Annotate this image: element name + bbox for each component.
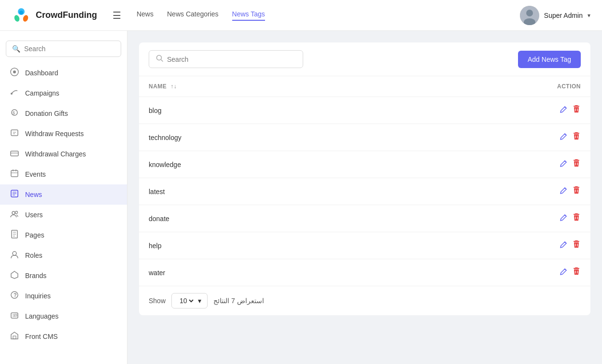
delete-button[interactable] xyxy=(572,213,581,224)
action-cell xyxy=(386,178,590,205)
delete-button[interactable] xyxy=(572,105,581,116)
svg-rect-40 xyxy=(575,267,578,268)
svg-point-8 xyxy=(13,70,16,73)
sidebar-item-dashboard[interactable]: Dashboard xyxy=(0,63,127,83)
svg-point-16 xyxy=(12,211,15,214)
svg-text:?: ? xyxy=(14,292,17,298)
sidebar-search-input[interactable] xyxy=(24,45,115,53)
sidebar-item-roles[interactable]: Roles xyxy=(0,245,127,266)
search-icon xyxy=(156,55,163,64)
add-news-tag-button[interactable]: Add News Tag xyxy=(518,51,581,68)
sidebar-item-events[interactable]: Events xyxy=(0,164,127,184)
dashboard-icon xyxy=(10,68,19,78)
delete-button[interactable] xyxy=(572,267,581,278)
sidebar-item-donation-gifts[interactable]: $ Donation Gifts xyxy=(0,103,127,124)
svg-marker-20 xyxy=(11,271,18,279)
action-cell xyxy=(386,205,590,232)
sidebar-item-front-cms[interactable]: Front CMS xyxy=(0,326,127,347)
sidebar-item-label: Front CMS xyxy=(25,333,58,340)
svg-rect-28 xyxy=(575,105,578,106)
delete-button[interactable] xyxy=(572,159,581,170)
front-cms-icon xyxy=(10,331,19,342)
sidebar-item-label: Users xyxy=(25,211,43,219)
svg-rect-34 xyxy=(575,186,578,187)
svg-rect-14 xyxy=(11,170,18,177)
sidebar-item-withdraw-requests[interactable]: Withdraw Requests xyxy=(0,124,127,144)
layout: 🔍 Dashboard Campaigns $ Donation Gifts xyxy=(0,31,602,364)
sidebar-item-inquiries[interactable]: ? Inquiries xyxy=(0,286,127,306)
logo[interactable]: CrowdFunding xyxy=(12,6,97,25)
sidebar-item-pages[interactable]: Pages xyxy=(0,225,127,245)
chevron-down-icon: ▾ xyxy=(588,12,590,19)
edit-button[interactable] xyxy=(560,186,568,197)
table-row: donate xyxy=(139,205,590,232)
tag-name-cell: water xyxy=(139,259,386,286)
action-cell xyxy=(386,259,590,286)
svg-rect-32 xyxy=(575,159,578,160)
svg-rect-36 xyxy=(575,213,578,214)
delete-button[interactable] xyxy=(572,240,581,251)
sidebar-item-label: Inquiries xyxy=(25,292,51,300)
svg-point-1 xyxy=(14,14,20,22)
sidebar-item-brands[interactable]: Brands xyxy=(0,266,127,286)
delete-button[interactable] xyxy=(572,132,581,143)
hamburger-icon[interactable]: ☰ xyxy=(112,10,121,21)
action-cell xyxy=(386,97,590,124)
table-row: latest xyxy=(139,178,590,205)
svg-rect-13 xyxy=(11,151,18,156)
edit-button[interactable] xyxy=(560,267,568,278)
sidebar-item-languages[interactable]: Languages xyxy=(0,306,127,326)
sidebar-item-label: News xyxy=(25,191,42,198)
show-label: Show xyxy=(149,297,166,305)
delete-button[interactable] xyxy=(572,186,581,197)
users-icon xyxy=(10,210,19,220)
edit-button[interactable] xyxy=(560,159,568,170)
show-select[interactable]: 10 25 50 ▾ xyxy=(171,293,208,308)
sidebar-item-label: Languages xyxy=(25,312,58,320)
topnav-link-tags[interactable]: News Tags xyxy=(232,10,265,21)
svg-point-26 xyxy=(157,56,162,60)
sort-icon[interactable]: ↑↓ xyxy=(170,83,177,90)
sidebar-item-news[interactable]: News xyxy=(0,184,127,205)
col-name: NAME ↑↓ xyxy=(139,76,386,97)
action-cell xyxy=(386,232,590,259)
tag-name-cell: blog xyxy=(139,97,386,124)
svg-rect-38 xyxy=(575,240,578,241)
sidebar-item-users[interactable]: Users xyxy=(0,205,127,225)
svg-rect-25 xyxy=(13,336,16,339)
events-icon xyxy=(10,169,19,180)
svg-point-5 xyxy=(526,10,533,16)
brands-icon xyxy=(10,270,19,281)
action-cell xyxy=(386,124,590,151)
table-row: help xyxy=(139,232,590,259)
sidebar-item-label: Campaigns xyxy=(25,89,59,97)
result-count: استعراض 7 النتائج xyxy=(213,297,264,305)
edit-button[interactable] xyxy=(560,132,568,143)
search-input[interactable] xyxy=(167,56,296,63)
topnav-link-categories[interactable]: News Categories xyxy=(167,10,219,21)
edit-button[interactable] xyxy=(560,105,568,116)
sidebar-item-campaigns[interactable]: Campaigns xyxy=(0,83,127,103)
tag-name-cell: help xyxy=(139,232,386,259)
table-row: blog xyxy=(139,97,590,124)
page-size-select[interactable]: 10 25 50 xyxy=(178,296,195,305)
edit-button[interactable] xyxy=(560,213,568,224)
sidebar-item-label: Pages xyxy=(25,231,44,239)
topnav-link-news[interactable]: News xyxy=(137,10,154,21)
avatar-image xyxy=(520,6,539,25)
withdraw-requests-icon xyxy=(10,128,19,139)
roles-icon xyxy=(10,250,19,261)
sidebar-item-label: Roles xyxy=(25,252,42,259)
edit-button[interactable] xyxy=(560,240,568,251)
sidebar-search-box[interactable]: 🔍 xyxy=(6,41,121,57)
svg-rect-30 xyxy=(575,132,578,133)
user-menu[interactable]: Super Admin ▾ xyxy=(520,6,590,25)
toolbar-search-box[interactable] xyxy=(149,50,303,68)
sidebar-item-withdrawal-charges[interactable]: Withdrawal Charges xyxy=(0,144,127,164)
table-row: water xyxy=(139,259,590,286)
news-tags-table: NAME ↑↓ ACTION blog xyxy=(139,76,590,286)
tag-name-cell: technology xyxy=(139,124,386,151)
sidebar: 🔍 Dashboard Campaigns $ Donation Gifts xyxy=(0,31,127,364)
main-content: Add News Tag NAME ↑↓ ACTION blog xyxy=(127,31,602,364)
tag-name-cell: latest xyxy=(139,178,386,205)
